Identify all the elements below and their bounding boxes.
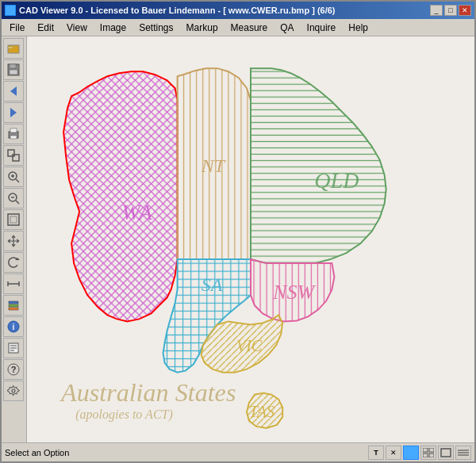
rotate-button[interactable] <box>3 252 24 273</box>
svg-rect-27 <box>9 308 18 310</box>
svg-rect-19 <box>8 214 19 225</box>
svg-marker-36 <box>7 386 19 396</box>
main-window: CAD Viewer 9.0 - Licensed to Bauer Linde… <box>0 0 476 463</box>
back-button[interactable] <box>3 81 24 101</box>
svg-rect-1 <box>8 47 13 48</box>
view-button2[interactable] <box>438 446 454 460</box>
canvas-area[interactable]: WA NT QLD SA NSW VIC TAS Australian Stat… <box>27 36 474 442</box>
title-bar: CAD Viewer 9.0 - Licensed to Bauer Linde… <box>2 2 474 19</box>
print-button[interactable] <box>3 124 24 144</box>
svg-rect-55 <box>429 453 434 457</box>
map-title: Australian States <box>60 378 236 407</box>
svg-rect-9 <box>10 136 17 139</box>
window-button[interactable] <box>3 145 24 166</box>
svg-rect-3 <box>10 64 16 68</box>
text-tool-button[interactable]: T <box>368 446 384 460</box>
menu-inquire[interactable]: Inquire <box>301 21 343 35</box>
info-button[interactable]: i <box>3 316 24 337</box>
svg-rect-54 <box>423 453 428 457</box>
measure-button[interactable] <box>3 274 24 294</box>
close-tool-button[interactable]: ✕ <box>386 446 401 460</box>
svg-line-18 <box>16 201 19 204</box>
sa-label: SA <box>202 274 223 295</box>
menu-view[interactable]: View <box>60 21 94 35</box>
svg-rect-52 <box>423 448 428 452</box>
svg-marker-6 <box>10 108 17 117</box>
svg-rect-53 <box>429 448 434 452</box>
wa-label: WA <box>121 200 152 224</box>
layers-button[interactable] <box>3 295 24 316</box>
status-bar: Select an Option T ✕ <box>2 442 474 461</box>
svg-line-15 <box>16 179 19 182</box>
map-svg: WA NT QLD SA NSW VIC TAS Australian Stat… <box>27 36 474 442</box>
forward-button[interactable] <box>3 102 24 123</box>
svg-rect-20 <box>10 216 17 223</box>
menu-file[interactable]: File <box>3 21 31 35</box>
color-button[interactable] <box>403 446 419 460</box>
svg-rect-26 <box>9 304 18 307</box>
svg-rect-8 <box>10 128 17 132</box>
toolbar: i ? <box>2 36 27 442</box>
help-button[interactable]: ? <box>3 359 24 380</box>
nsw-label: NSW <box>272 281 316 304</box>
close-button[interactable]: ✕ <box>459 5 471 16</box>
menu-bar: File Edit View Image Settings Markup Mea… <box>2 19 474 36</box>
menu-edit[interactable]: Edit <box>31 21 60 35</box>
menu-qa[interactable]: QA <box>274 21 300 35</box>
title-controls: _ □ ✕ <box>430 5 471 16</box>
window-title: CAD Viewer 9.0 - Licensed to Bauer Linde… <box>19 6 336 15</box>
status-icons: T ✕ <box>368 446 471 460</box>
svg-rect-10 <box>8 150 14 156</box>
zoom-out-button[interactable] <box>3 188 24 209</box>
svg-rect-56 <box>441 449 451 457</box>
minimize-button[interactable]: _ <box>430 5 443 16</box>
svg-text:?: ? <box>11 365 17 374</box>
app-icon <box>5 5 16 16</box>
menu-settings[interactable]: Settings <box>132 21 179 35</box>
markup-button[interactable] <box>3 338 24 358</box>
svg-rect-4 <box>10 70 17 75</box>
svg-point-37 <box>12 389 15 392</box>
menu-image[interactable]: Image <box>94 21 132 35</box>
svg-rect-0 <box>8 45 19 53</box>
content-area: i ? <box>2 36 474 442</box>
svg-rect-11 <box>13 155 19 161</box>
menu-markup[interactable]: Markup <box>180 21 225 35</box>
settings-button[interactable] <box>3 381 24 401</box>
svg-text:i: i <box>13 323 15 331</box>
maximize-button[interactable]: □ <box>444 5 457 16</box>
zoom-in-button[interactable] <box>3 166 24 187</box>
open-button[interactable] <box>3 38 24 59</box>
title-text: CAD Viewer 9.0 - Licensed to Bauer Linde… <box>5 5 336 16</box>
qld-label: QLD <box>314 168 359 193</box>
map-subtitle: (apologies to ACT) <box>75 408 173 422</box>
save-button[interactable] <box>3 59 24 80</box>
view-button3[interactable] <box>455 446 471 460</box>
menu-measure[interactable]: Measure <box>225 21 274 35</box>
pan-button[interactable] <box>3 231 24 251</box>
menu-help[interactable]: Help <box>342 21 374 35</box>
status-text: Select an Option <box>5 448 368 457</box>
nt-label: NT <box>201 155 226 176</box>
view-button1[interactable] <box>420 446 436 460</box>
fit-button[interactable] <box>3 209 24 230</box>
vic-label: VIC <box>236 337 263 354</box>
svg-marker-5 <box>10 86 17 96</box>
svg-rect-25 <box>9 301 18 304</box>
tas-label: TAS <box>249 403 274 420</box>
